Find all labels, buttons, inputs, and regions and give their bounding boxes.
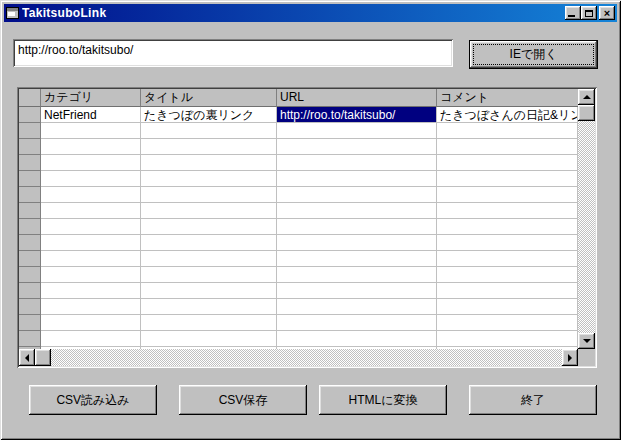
grid-cell[interactable] [141, 203, 277, 219]
column-header-title[interactable]: タイトル [141, 89, 277, 107]
vertical-scroll-thumb[interactable] [578, 105, 595, 121]
grid-cell[interactable] [437, 235, 578, 251]
row-header-cell[interactable] [19, 331, 41, 347]
grid-cell[interactable] [277, 123, 437, 139]
grid-cell[interactable] [41, 315, 141, 331]
grid-cell[interactable] [277, 283, 437, 299]
exit-button[interactable]: 終了 [469, 385, 597, 415]
vertical-scrollbar[interactable] [578, 89, 595, 349]
grid-cell[interactable] [41, 155, 141, 171]
minimize-button[interactable] [565, 6, 581, 20]
window-title: TakitsuboLink [22, 6, 565, 20]
grid-cell[interactable] [141, 139, 277, 155]
row-header-cell[interactable] [19, 315, 41, 331]
scroll-down-button[interactable] [578, 333, 595, 349]
grid-cell[interactable] [437, 283, 578, 299]
csv-load-button[interactable]: CSV読み込み [29, 385, 157, 415]
row-header-cell[interactable] [19, 171, 41, 187]
row-header-cell[interactable] [19, 219, 41, 235]
grid-cell[interactable] [41, 251, 141, 267]
grid-cell[interactable] [41, 123, 141, 139]
row-header-cell[interactable] [19, 155, 41, 171]
grid-cell[interactable] [437, 187, 578, 203]
grid-cell[interactable] [277, 171, 437, 187]
grid-cell[interactable] [141, 187, 277, 203]
grid-cell[interactable] [437, 139, 578, 155]
grid-cell[interactable] [277, 155, 437, 171]
grid-cell[interactable] [277, 331, 437, 347]
csv-save-button[interactable]: CSV保存 [179, 385, 307, 415]
grid-cell[interactable] [277, 235, 437, 251]
grid-cell[interactable] [277, 203, 437, 219]
grid-cell[interactable] [437, 123, 578, 139]
row-header-cell[interactable] [19, 267, 41, 283]
grid-cell[interactable] [141, 251, 277, 267]
row-header-cell[interactable] [19, 123, 41, 139]
grid-cell[interactable] [437, 155, 578, 171]
grid-cell[interactable] [141, 315, 277, 331]
grid-cell[interactable] [437, 203, 578, 219]
grid-cell[interactable] [437, 267, 578, 283]
grid-cell[interactable]: たきつぼの裏リンク [141, 107, 277, 123]
horizontal-scroll-track[interactable] [51, 349, 562, 366]
grid-cell[interactable] [277, 219, 437, 235]
column-header-comment[interactable]: コメント [437, 89, 578, 107]
scroll-up-button[interactable] [578, 89, 595, 105]
row-header-cell[interactable] [19, 203, 41, 219]
maximize-button[interactable] [581, 6, 597, 20]
horizontal-scrollbar[interactable] [19, 349, 578, 366]
row-header-cell[interactable] [19, 107, 41, 123]
grid-cell[interactable] [141, 331, 277, 347]
row-header-cell[interactable] [19, 139, 41, 155]
grid-cell[interactable]: たきつぼさんの日記&リンク集 [437, 107, 578, 123]
grid-cell[interactable] [41, 171, 141, 187]
grid-cell[interactable] [41, 267, 141, 283]
grid-cell[interactable] [141, 283, 277, 299]
horizontal-scroll-thumb[interactable] [35, 349, 51, 366]
grid-cell[interactable] [277, 315, 437, 331]
grid-cell[interactable] [141, 219, 277, 235]
grid-cell[interactable] [437, 171, 578, 187]
row-header-cell[interactable] [19, 251, 41, 267]
row-header-cell[interactable] [19, 187, 41, 203]
grid-cell[interactable] [141, 123, 277, 139]
grid-cell[interactable] [277, 251, 437, 267]
grid-cell[interactable] [277, 267, 437, 283]
grid-cell[interactable] [41, 299, 141, 315]
grid-cell[interactable] [41, 331, 141, 347]
grid-cell[interactable] [437, 251, 578, 267]
grid-cell[interactable] [141, 299, 277, 315]
row-header-cell[interactable] [19, 299, 41, 315]
grid-cell[interactable] [141, 155, 277, 171]
grid-cell[interactable] [41, 187, 141, 203]
title-bar[interactable]: TakitsuboLink × [4, 4, 617, 22]
grid-cell[interactable] [141, 235, 277, 251]
grid-cell[interactable] [437, 315, 578, 331]
column-header-url[interactable]: URL [277, 89, 437, 107]
scroll-left-button[interactable] [19, 349, 35, 366]
scroll-right-button[interactable] [562, 349, 578, 366]
row-header-cell[interactable] [19, 283, 41, 299]
html-convert-button[interactable]: HTMLに変換 [319, 385, 447, 415]
grid-cell[interactable] [141, 171, 277, 187]
grid-cell[interactable] [277, 139, 437, 155]
row-header-cell[interactable] [19, 235, 41, 251]
grid-cell[interactable] [41, 283, 141, 299]
grid-cell[interactable] [277, 299, 437, 315]
grid-cell[interactable] [437, 331, 578, 347]
close-button[interactable]: × [599, 6, 615, 20]
grid-cell[interactable] [277, 187, 437, 203]
grid-cell[interactable] [437, 219, 578, 235]
open-ie-button[interactable]: IEで開く [469, 40, 598, 69]
column-header-category[interactable]: カテゴリ [41, 89, 141, 107]
grid-cell[interactable] [141, 267, 277, 283]
grid-cell[interactable]: http://roo.to/takitsubo/ [277, 107, 437, 123]
grid-cell[interactable] [41, 203, 141, 219]
grid-cell[interactable] [41, 139, 141, 155]
grid-cell[interactable]: NetFriend [41, 107, 141, 123]
vertical-scroll-track[interactable] [578, 121, 595, 333]
grid-cell[interactable] [41, 235, 141, 251]
grid-cell[interactable] [437, 299, 578, 315]
url-input[interactable] [16, 42, 452, 58]
grid-cell[interactable] [41, 219, 141, 235]
